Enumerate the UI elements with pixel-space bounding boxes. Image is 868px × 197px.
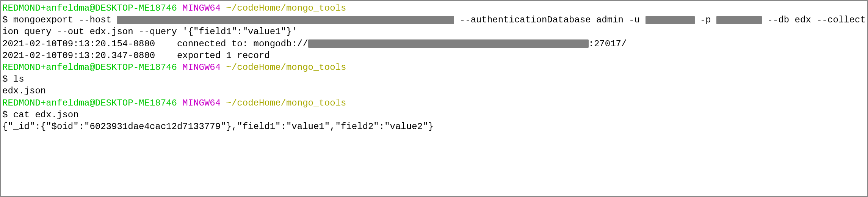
command-line: $ mongoexport --host --authenticationDat…: [2, 14, 866, 38]
redacted-password: [716, 16, 762, 24]
output-line: 2021-02-10T09:13:20.347-0800 exported 1 …: [2, 50, 866, 61]
prompt-env: MINGW64: [182, 3, 221, 13]
output-text: edx.json: [2, 86, 46, 96]
output-text: {"_id":{"$oid":"6023931dae4cac12d7133779…: [2, 121, 434, 132]
prompt-line: REDMOND+anfeldma@DESKTOP-ME18746 MINGW64…: [2, 2, 866, 14]
output-text: connected to: mongodb://: [177, 39, 308, 49]
command-text: mongoexport --host: [13, 15, 117, 25]
redacted-host: [117, 16, 454, 24]
redacted-user: [646, 16, 695, 24]
command-text: cat edx.json: [13, 110, 79, 120]
prompt-user: REDMOND+anfeldma@DESKTOP-ME18746: [2, 62, 177, 72]
prompt-env: MINGW64: [182, 98, 221, 108]
output-line: {"_id":{"$oid":"6023931dae4cac12d7133779…: [2, 121, 866, 132]
prompt-user: REDMOND+anfeldma@DESKTOP-ME18746: [2, 3, 177, 13]
output-text: :27017/: [589, 39, 627, 49]
command-text: ls: [13, 74, 24, 84]
terminal-window[interactable]: REDMOND+anfeldma@DESKTOP-ME18746 MINGW64…: [2, 2, 866, 132]
prompt-dollar: $: [2, 74, 13, 84]
prompt-path: ~/codeHome/mongo_tools: [226, 98, 346, 108]
command-text: --authenticationDatabase admin -u: [454, 15, 645, 25]
prompt-dollar: $: [2, 15, 13, 25]
prompt-line: REDMOND+anfeldma@DESKTOP-ME18746 MINGW64…: [2, 97, 866, 109]
prompt-dollar: $: [2, 110, 13, 120]
prompt-path: ~/codeHome/mongo_tools: [226, 3, 346, 13]
command-line: $ ls: [2, 73, 866, 85]
output-text: exported 1 record: [177, 50, 270, 61]
prompt-env: MINGW64: [182, 62, 221, 72]
redacted-connection: [308, 39, 589, 48]
output-line: edx.json: [2, 85, 866, 97]
output-line: 2021-02-10T09:13:20.154-0800 connected t…: [2, 38, 866, 50]
prompt-path: ~/codeHome/mongo_tools: [226, 62, 346, 72]
command-text: -p: [700, 15, 716, 25]
timestamp: 2021-02-10T09:13:20.154-0800: [2, 39, 155, 49]
prompt-user: REDMOND+anfeldma@DESKTOP-ME18746: [2, 98, 177, 108]
prompt-line: REDMOND+anfeldma@DESKTOP-ME18746 MINGW64…: [2, 61, 866, 73]
timestamp: 2021-02-10T09:13:20.347-0800: [2, 50, 155, 61]
command-line: $ cat edx.json: [2, 109, 866, 121]
